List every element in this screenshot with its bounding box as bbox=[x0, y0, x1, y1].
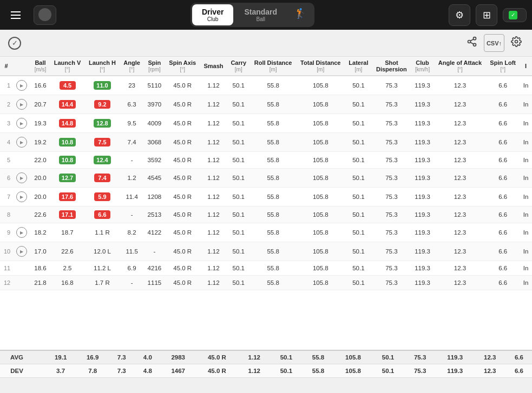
play-button[interactable]: ▶ bbox=[16, 80, 27, 91]
cell-angle-att: 12.3 bbox=[434, 207, 486, 223]
cell-ball: 22.6 bbox=[31, 207, 50, 223]
cell-num: 11 bbox=[0, 261, 12, 276]
cell-spin-axis: 45.0 R bbox=[165, 133, 200, 152]
cell-roll: 55.8 bbox=[250, 152, 296, 169]
cell-spin: 3068 bbox=[144, 133, 165, 152]
table-row: 1221.816.81.7 R-111545.0 R1.1250.155.810… bbox=[0, 276, 532, 290]
play-button[interactable]: ▶ bbox=[16, 246, 27, 257]
cell-ball: 21.8 bbox=[31, 276, 50, 290]
col-header-spin: Spin[rpm] bbox=[144, 57, 165, 76]
cell-ball: 20.0 bbox=[31, 188, 50, 207]
tab-player[interactable]: 🏌 bbox=[288, 4, 313, 25]
footer-cell-angle-att: 12.3 bbox=[474, 351, 506, 364]
play-button[interactable]: ▶ bbox=[16, 99, 27, 110]
cell-spin-loft: 6.6 bbox=[486, 95, 520, 114]
tab-standard[interactable]: Standard Ball bbox=[234, 4, 287, 25]
cell-total: 105.8 bbox=[296, 114, 345, 133]
cell-spin: 5110 bbox=[144, 76, 165, 95]
share-icon bbox=[467, 36, 477, 47]
cell-roll: 55.8 bbox=[250, 261, 296, 276]
csv-button[interactable]: CSV↑ bbox=[484, 34, 504, 52]
table-row: 1118.62.511.2 L6.9421645.0 R1.1250.155.8… bbox=[0, 261, 532, 276]
cell-total: 105.8 bbox=[296, 261, 345, 276]
cell-club: 119.3 bbox=[411, 276, 434, 290]
cell-play[interactable]: ▶ bbox=[12, 223, 30, 242]
cell-launch-h: 11.0 bbox=[85, 76, 120, 95]
cell-launch-v: 2.5 bbox=[50, 261, 84, 276]
cell-smash: 1.12 bbox=[200, 114, 227, 133]
cell-shot-disp: 75.3 bbox=[372, 152, 411, 169]
cell-smash: 1.12 bbox=[200, 242, 227, 261]
shots-table: # Ball[m/s] Launch V[°] Launch H[°] Angl… bbox=[0, 57, 532, 290]
footer-cell-total: 105.8 bbox=[334, 351, 372, 364]
cell-lateral: 50.1 bbox=[345, 76, 372, 95]
play-button[interactable]: ▶ bbox=[16, 172, 27, 183]
cell-spin-axis: 45.0 R bbox=[165, 207, 200, 223]
play-button[interactable]: ▶ bbox=[16, 227, 27, 238]
cell-angle-att: 12.3 bbox=[434, 133, 486, 152]
cell-lateral: 50.1 bbox=[345, 276, 372, 290]
play-button[interactable]: ▶ bbox=[16, 118, 27, 129]
cell-lateral: 50.1 bbox=[345, 152, 372, 169]
cell-num: 2 bbox=[0, 95, 12, 114]
cell-play[interactable]: ▶ bbox=[12, 114, 30, 133]
cell-angle: 11.5 bbox=[120, 242, 143, 261]
cell-spin-axis: 45.0 R bbox=[165, 95, 200, 114]
cell-play[interactable]: ▶ bbox=[12, 242, 30, 261]
select-all-button[interactable]: ✓ bbox=[8, 37, 25, 50]
toolbar-settings-button[interactable] bbox=[509, 34, 524, 52]
cell-total: 105.8 bbox=[296, 169, 345, 188]
cell-angle-att: 12.3 bbox=[434, 114, 486, 133]
cell-carry: 50.1 bbox=[227, 188, 251, 207]
menu-button[interactable] bbox=[5, 8, 29, 22]
cell-club: 119.3 bbox=[411, 207, 434, 223]
cell-play[interactable]: ▶ bbox=[12, 133, 30, 152]
launch-h-badge: 6.6 bbox=[94, 210, 110, 219]
cell-shot-disp: 75.3 bbox=[372, 276, 411, 290]
cell-shot-disp: 75.3 bbox=[372, 169, 411, 188]
cell-num: 6 bbox=[0, 169, 12, 188]
cell-carry: 50.1 bbox=[227, 207, 251, 223]
tab-driver[interactable]: Driver Club bbox=[192, 4, 233, 25]
cell-play[interactable]: ▶ bbox=[12, 95, 30, 114]
col-header-ball: Ball[m/s] bbox=[31, 57, 50, 76]
tab-standard-main: Standard bbox=[244, 8, 277, 16]
tab-driver-main: Driver bbox=[202, 8, 224, 16]
menu-icon bbox=[11, 11, 21, 19]
settings-button[interactable]: ⚙ bbox=[449, 4, 470, 26]
cell-launch-v: 14.8 bbox=[50, 114, 84, 133]
cell-angle: 9.5 bbox=[120, 114, 143, 133]
cell-num: 1 bbox=[0, 76, 12, 95]
cell-angle-att: 12.3 bbox=[434, 76, 486, 95]
cell-angle: - bbox=[120, 152, 143, 169]
header: Driver Club Standard Ball 🏌 ⚙ ⊞ ✓ bbox=[0, 0, 532, 30]
col-header-carry: Carry[m] bbox=[227, 57, 251, 76]
footer-cell-launch-h: 7.3 bbox=[109, 351, 135, 364]
cell-play[interactable]: ▶ bbox=[12, 169, 30, 188]
cell-launch-h: 9.2 bbox=[85, 95, 120, 114]
cell-angle-att: 12.3 bbox=[434, 242, 486, 261]
wind-button[interactable] bbox=[34, 5, 56, 25]
cell-play[interactable]: ▶ bbox=[12, 76, 30, 95]
grid-button[interactable]: ⊞ bbox=[476, 4, 497, 26]
cell-shot-disp: 75.3 bbox=[372, 223, 411, 242]
play-button[interactable]: ▶ bbox=[16, 137, 27, 148]
footer-cell-carry: 50.1 bbox=[270, 364, 302, 378]
play-button[interactable]: ▶ bbox=[16, 191, 27, 202]
col-header-smash: Smash bbox=[200, 57, 227, 76]
cell-extra: In bbox=[520, 276, 532, 290]
cell-launch-v: 22.6 bbox=[50, 242, 84, 261]
cell-play[interactable]: ▶ bbox=[12, 188, 30, 207]
cell-lateral: 50.1 bbox=[345, 114, 372, 133]
table-body: 1▶16.64.511.023511045.0 R1.1250.155.8105… bbox=[0, 76, 532, 290]
cell-roll: 55.8 bbox=[250, 188, 296, 207]
cell-spin-axis: 45.0 R bbox=[165, 242, 200, 261]
cell-num: 4 bbox=[0, 133, 12, 152]
table-row: 7▶20.017.65.911.4120845.0 R1.1250.155.81… bbox=[0, 188, 532, 207]
footer-cell-carry: 50.1 bbox=[270, 351, 302, 364]
launch-v-badge: 17.1 bbox=[59, 210, 76, 219]
data-table-container: # Ball[m/s] Launch V[°] Launch H[°] Angl… bbox=[0, 57, 532, 350]
cell-spin-loft: 6.6 bbox=[486, 188, 520, 207]
share-button[interactable] bbox=[464, 34, 480, 52]
cell-angle-att: 12.3 bbox=[434, 95, 486, 114]
